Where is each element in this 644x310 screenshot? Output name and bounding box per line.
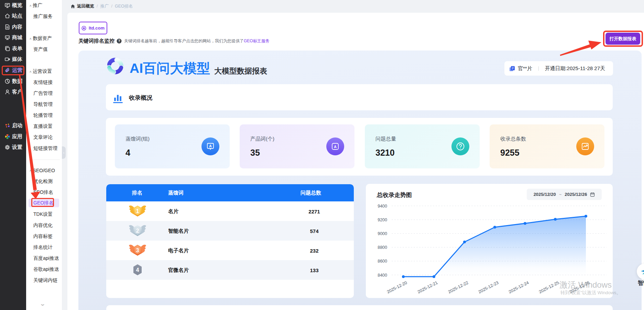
svg-text:2025-12-23: 2025-12-23	[478, 280, 499, 295]
svg-text:9400: 9400	[378, 204, 387, 209]
svg-text:2025-12-25: 2025-12-25	[538, 280, 560, 295]
svg-text:8800: 8800	[378, 245, 387, 250]
svg-text:?: ?	[118, 39, 120, 43]
svg-text:8400: 8400	[378, 273, 387, 278]
svg-text:9200: 9200	[378, 218, 387, 222]
svg-text:2025-12-21: 2025-12-21	[417, 280, 438, 295]
svg-text:A: A	[334, 145, 337, 149]
svg-text:2: 2	[136, 228, 139, 234]
svg-text:1: 1	[136, 208, 139, 214]
svg-text:2025-12-24: 2025-12-24	[508, 280, 530, 295]
svg-text:A: A	[209, 144, 212, 148]
svg-text:9000: 9000	[378, 231, 387, 236]
svg-text:8600: 8600	[378, 259, 387, 264]
svg-text:4: 4	[136, 267, 139, 273]
svg-text:2025-12-20: 2025-12-20	[386, 280, 408, 295]
svg-text:2025-12-22: 2025-12-22	[447, 280, 469, 295]
svg-text:3: 3	[136, 247, 139, 253]
